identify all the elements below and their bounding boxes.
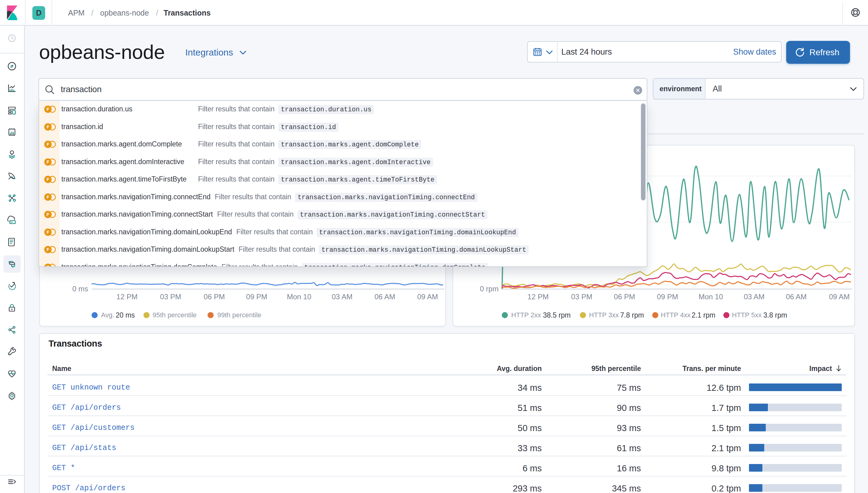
- svg-text:F: F: [47, 177, 49, 182]
- svg-text:F: F: [47, 125, 49, 129]
- svg-text:F: F: [47, 230, 49, 235]
- svg-text:F: F: [47, 107, 49, 112]
- svg-text:F: F: [47, 195, 49, 199]
- svg-text:F: F: [47, 247, 49, 252]
- svg-text:F: F: [47, 212, 49, 217]
- svg-text:F: F: [47, 265, 49, 267]
- svg-text:F: F: [47, 142, 49, 147]
- svg-text:F: F: [47, 159, 49, 165]
